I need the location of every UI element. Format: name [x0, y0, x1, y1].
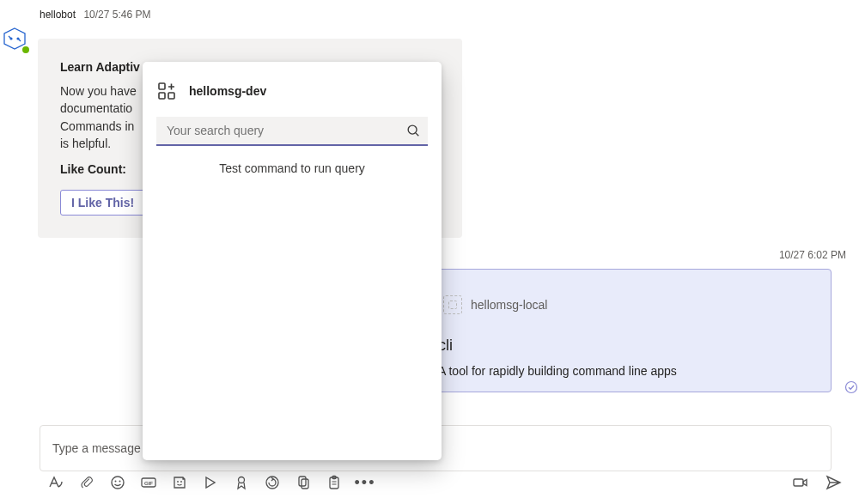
message-header: hellobot 10/27 5:46 PM [40, 9, 150, 21]
svg-point-10 [180, 481, 182, 483]
card-text-line: Commands in [60, 119, 134, 133]
search-field[interactable] [156, 117, 428, 146]
svg-text:GIF: GIF [144, 481, 153, 486]
like-button[interactable]: I Like This! [60, 190, 145, 216]
more-icon[interactable]: ••• [356, 474, 374, 491]
send-icon[interactable] [825, 474, 842, 491]
card-text-line: documentatio [60, 101, 132, 115]
svg-rect-17 [794, 479, 803, 486]
svg-point-5 [115, 481, 117, 483]
my-message[interactable]: hellomsg-local cli A tool for rapidly bu… [430, 269, 832, 392]
attach-icon[interactable] [78, 474, 95, 491]
gif-icon[interactable]: GIF [140, 474, 157, 491]
format-icon[interactable] [47, 474, 64, 491]
svg-point-21 [408, 125, 417, 134]
svg-rect-20 [168, 93, 174, 99]
bot-avatar[interactable] [3, 27, 29, 53]
svg-rect-19 [159, 93, 165, 99]
card-text-line: Now you have [60, 84, 137, 98]
my-message-timestamp: 10/27 6:02 PM [779, 249, 846, 261]
svg-rect-18 [159, 83, 165, 89]
praise-icon[interactable] [233, 474, 250, 491]
emoji-icon[interactable] [109, 474, 126, 491]
app-attribution: hellomsg-local [443, 295, 547, 314]
messaging-extension-popup: hellomsg-dev Test command to run query [143, 62, 442, 460]
search-icon [405, 123, 421, 138]
svg-point-4 [112, 477, 124, 489]
stream-icon[interactable] [202, 474, 219, 491]
presence-indicator [21, 45, 31, 55]
svg-point-3 [846, 382, 857, 393]
card-text-line: is helpful. [60, 137, 111, 150]
sticker-icon[interactable] [171, 474, 188, 491]
sender-name: hellobot [40, 9, 76, 21]
read-receipt-icon [844, 380, 858, 394]
svg-rect-14 [302, 479, 308, 489]
compose-placeholder: Type a message [52, 441, 141, 455]
clipboard-icon[interactable] [326, 474, 343, 491]
app-placeholder-icon [443, 295, 462, 314]
result-description: A tool for rapidly building command line… [438, 364, 677, 378]
search-input[interactable] [167, 124, 405, 137]
camera-icon[interactable] [792, 474, 809, 491]
svg-rect-13 [299, 477, 306, 486]
approval-icon[interactable] [264, 474, 281, 491]
apps-icon [156, 81, 177, 101]
message-timestamp: 10/27 5:46 PM [83, 9, 150, 21]
copy-icon[interactable] [295, 474, 312, 491]
compose-toolbar-right [792, 474, 842, 491]
svg-point-11 [239, 477, 245, 483]
search-hint: Test command to run query [156, 161, 428, 175]
svg-point-6 [119, 481, 121, 483]
svg-point-9 [177, 481, 179, 483]
compose-toolbar: GIF ••• [47, 474, 374, 491]
app-name: hellomsg-local [471, 298, 547, 312]
extension-title: hellomsg-dev [189, 84, 266, 98]
